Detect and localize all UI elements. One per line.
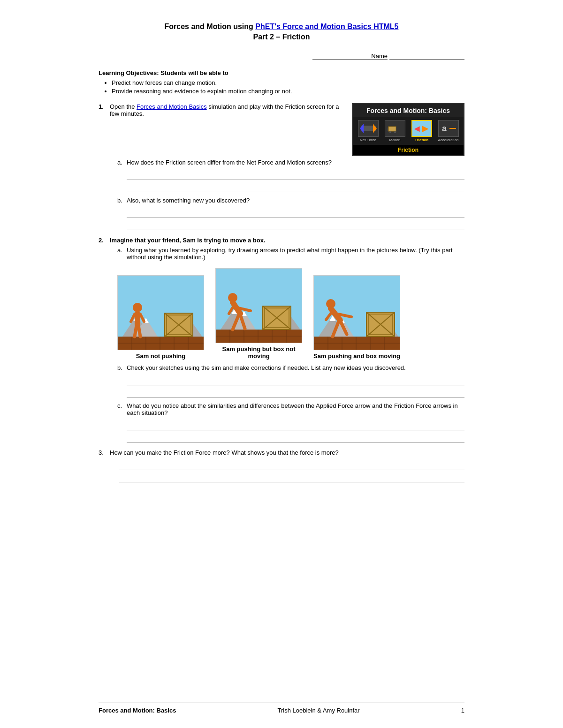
- q2c-row: c. What do you notice about the similari…: [117, 402, 464, 416]
- scenario-2-img: [215, 268, 302, 343]
- objectives-title: Learning Objectives: Students will be ab…: [99, 69, 464, 76]
- accel-label: Acceleration: [438, 138, 458, 142]
- phet-icons-row: Net Force: [353, 117, 464, 145]
- q3-row: 3. How can you make the Friction Force m…: [99, 449, 464, 456]
- net-force-label: Net Force: [360, 138, 376, 142]
- q2-sub-a: a. Using what you learned by exploring, …: [117, 247, 464, 261]
- friction-arrows: ◄ ►: [412, 121, 431, 136]
- answer-line: [119, 472, 464, 482]
- q2b-answer: [127, 375, 464, 398]
- tab-net-force: Net Force: [357, 120, 380, 142]
- phet-friction-footer: Friction: [353, 145, 464, 155]
- q1-row: 1. Open the Forces and Motion Basics sim…: [99, 103, 464, 156]
- phet-link[interactable]: PhET's Force and Motion Basics HTML5: [255, 23, 398, 30]
- svg-line-28: [138, 325, 140, 337]
- q1b-row: b. Also, what is something new you disco…: [117, 197, 464, 204]
- answer-line: [127, 170, 464, 180]
- q1-num: 1.: [99, 103, 110, 110]
- q2-row: 2. Imagine that your friend, Sam is tryi…: [99, 237, 464, 244]
- q1a-answer: [127, 170, 464, 192]
- q2a-label: a.: [117, 247, 127, 254]
- objective-item: Predict how forces can change motion.: [112, 79, 464, 86]
- q1-content: Open the Forces and Motion Basics simula…: [110, 103, 464, 156]
- q2-num: 2.: [99, 237, 110, 244]
- q1b-label: b.: [117, 197, 127, 204]
- title-section: Forces and Motion using PhET's Force and…: [99, 23, 464, 41]
- q2-sub-c: c. What do you notice about the similari…: [117, 402, 464, 443]
- q2b-label: b.: [117, 364, 127, 371]
- q3-num: 3.: [99, 449, 110, 456]
- q2-sub-b: b. Check your sketches using the sim and…: [117, 364, 464, 398]
- answer-line: [127, 220, 464, 230]
- footer-right: 1: [461, 707, 464, 714]
- objectives-section: Learning Objectives: Students will be ab…: [99, 69, 464, 95]
- q2a-text: Using what you learned by exploring, try…: [127, 247, 464, 261]
- q2c-answer: [127, 420, 464, 443]
- footer-left: Forces and Motion: Basics: [99, 707, 176, 714]
- answer-line: [127, 387, 464, 398]
- q1a-label: a.: [117, 159, 127, 166]
- forces-link[interactable]: Forces and Motion Basics: [137, 103, 207, 110]
- friction-icon-box: ◄ ►: [411, 120, 432, 137]
- q1a-text: How does the Friction screen differ from…: [127, 159, 332, 166]
- scenario-1-img: [117, 275, 204, 350]
- scenario-2-label: Sam pushing but box not moving: [215, 345, 302, 360]
- q1-sub-b: b. Also, what is something new you disco…: [117, 197, 464, 230]
- question-1: 1. Open the Forces and Motion Basics sim…: [99, 103, 464, 230]
- name-label: Name: [312, 53, 388, 60]
- svg-line-27: [135, 325, 137, 337]
- q2c-text: What do you notice about the similaritie…: [127, 402, 464, 416]
- svg-point-23: [133, 303, 142, 312]
- phet-image: Forces and Motion: Basics Ne: [352, 103, 464, 156]
- friction-label: Friction: [415, 138, 428, 142]
- title-line2: Part 2 – Friction: [99, 33, 464, 41]
- footer-center: Trish Loeblein & Amy Rouinfar: [278, 707, 360, 714]
- net-force-icon-box: [358, 120, 379, 137]
- q3-text: How can you make the Friction Force more…: [110, 449, 464, 456]
- q1b-text: Also, what is something new you discover…: [127, 197, 250, 204]
- q2b-text: Check your sketches using the sim and ma…: [127, 364, 406, 371]
- q1-sub-a: a. How does the Friction screen differ f…: [117, 159, 464, 192]
- answer-line: [127, 182, 464, 192]
- svg-point-6: [394, 131, 396, 133]
- scenarios-row: Sam not pushing: [117, 268, 464, 360]
- q1a-row: a. How does the Friction screen differ f…: [117, 159, 464, 166]
- q1b-answer: [127, 208, 464, 230]
- scenario-3-img: [313, 275, 400, 350]
- scenario-2: Sam pushing but box not moving: [215, 268, 302, 360]
- answer-line: [127, 208, 464, 218]
- objectives-list: Predict how forces can change motion. Pr…: [112, 79, 464, 95]
- phet-header: Forces and Motion: Basics: [353, 104, 464, 117]
- answer-line: [127, 420, 464, 430]
- motion-label: Motion: [389, 138, 400, 142]
- q2a-row: a. Using what you learned by exploring, …: [117, 247, 464, 261]
- q2b-row: b. Check your sketches using the sim and…: [117, 364, 464, 371]
- title-prefix: Forces and Motion using: [165, 23, 256, 30]
- tab-friction: ◄ ► Friction: [410, 120, 434, 142]
- question-2: 2. Imagine that your friend, Sam is tryi…: [99, 237, 464, 443]
- q2-text: Imagine that your friend, Sam is trying …: [110, 237, 464, 244]
- scenario-3-label: Sam pushing and box moving: [313, 353, 400, 360]
- svg-rect-3: [388, 127, 396, 131]
- question-3: 3. How can you make the Friction Force m…: [99, 449, 464, 482]
- scenario-3: Sam pushing and box moving: [313, 275, 400, 360]
- q1-text-block: Open the Forces and Motion Basics simula…: [110, 103, 342, 117]
- svg-point-5: [389, 131, 391, 133]
- tab-motion: Motion: [383, 120, 407, 142]
- svg-text:a: a: [442, 124, 447, 133]
- q3-answer: [119, 460, 464, 482]
- q1-text-prefix: Open the: [110, 103, 137, 110]
- answer-line: [127, 375, 464, 385]
- title-line1: Forces and Motion using PhET's Force and…: [99, 23, 464, 31]
- objective-item: Provide reasoning and evidence to explai…: [112, 88, 464, 95]
- svg-marker-2: [360, 124, 364, 133]
- answer-line: [119, 460, 464, 470]
- name-field: [389, 53, 464, 60]
- arrow-right: ►: [420, 122, 431, 135]
- motion-icon-box: [385, 120, 405, 137]
- answer-line: [127, 432, 464, 443]
- q2c-label: c.: [117, 402, 127, 409]
- scenario-1-label: Sam not pushing: [136, 353, 185, 360]
- page-footer: Forces and Motion: Basics Trish Loeblein…: [99, 703, 464, 714]
- name-line: Name: [99, 53, 464, 60]
